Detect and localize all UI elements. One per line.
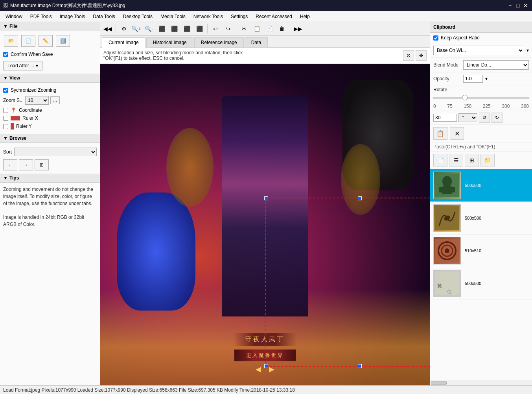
- thumbnail-list: 500x500 500x500: [430, 169, 532, 380]
- minimize-button[interactable]: −: [507, 2, 513, 9]
- tips-section-header[interactable]: ▼ Tips: [0, 174, 100, 183]
- sort-select[interactable]: [14, 148, 97, 156]
- tab-data[interactable]: Data: [245, 37, 268, 47]
- maximize-button[interactable]: □: [515, 2, 521, 9]
- ruler-y-checkbox[interactable]: [3, 124, 8, 129]
- coordinate-checkbox[interactable]: [3, 108, 8, 113]
- tb-select-button[interactable]: ⬛: [193, 23, 205, 34]
- tb-delete-button[interactable]: 🗑: [276, 23, 288, 34]
- keep-aspect-ratio-checkbox[interactable]: [433, 35, 438, 41]
- thumb-action-4[interactable]: 📁: [480, 154, 495, 166]
- menu-pdf-tools[interactable]: PDF Tools: [26, 12, 56, 21]
- clear-clipboard-button[interactable]: ✕: [450, 127, 464, 140]
- tab-historical-image[interactable]: Historical Image: [146, 37, 193, 47]
- keep-aspect-ratio-label: Keep Aspect Ratio: [441, 35, 480, 41]
- rotate-ccw-button[interactable]: ↺: [479, 113, 490, 123]
- browse-next-button[interactable]: →: [19, 159, 33, 170]
- browse-section-header[interactable]: ▼ Browse: [0, 134, 100, 143]
- open-file-button[interactable]: 📂: [4, 35, 18, 47]
- title-text: Manufacture Image D:\tmp\测试文件\普通图片\yy33.…: [10, 2, 125, 9]
- rotate-cw-button[interactable]: ↻: [492, 113, 503, 123]
- tb-zoom-in-button[interactable]: 🔍+: [131, 23, 142, 34]
- menu-media-tools[interactable]: Media Tools: [156, 12, 190, 21]
- thumbnail-size-2: 500x500: [465, 216, 481, 220]
- rotate-label-0: 0: [433, 104, 436, 109]
- rotate-thumb[interactable]: [462, 95, 468, 100]
- enter-button[interactable]: 进入魔兽世界: [234, 349, 296, 362]
- load-after-button[interactable]: Load After ... ▾: [3, 61, 42, 70]
- tab-reference-image[interactable]: Reference Image: [194, 37, 244, 47]
- blend-mode-select[interactable]: Linear Do... Normal Multiply Screen: [463, 60, 529, 70]
- tb-move-button[interactable]: ⬛: [181, 23, 193, 34]
- clipboard-actions: 📋 ✕: [430, 125, 532, 142]
- thumb-action-3[interactable]: ⊞: [465, 154, 479, 166]
- instruction-text: Adjust location and size, set blending m…: [103, 50, 243, 61]
- thumb-action-2[interactable]: ☰: [449, 154, 463, 166]
- image-canvas[interactable]: 守夜人武丁 进入魔兽世界 ◀ ▶: [100, 64, 430, 385]
- new-file-button[interactable]: 📄: [21, 35, 35, 47]
- edit-button[interactable]: ✏️: [39, 35, 53, 47]
- menu-data-tools[interactable]: Data Tools: [89, 12, 119, 21]
- tb-prev-button[interactable]: ◀◀: [102, 23, 114, 34]
- app-title: 🖼 Manufacture Image D:\tmp\测试文件\普通图片\yy3…: [3, 2, 125, 9]
- rotate-unit-select[interactable]: ° rad: [458, 113, 477, 122]
- file-section-header[interactable]: ▼ File: [0, 22, 100, 31]
- paste-button[interactable]: 📋: [433, 127, 447, 140]
- tb-paste-button[interactable]: 📄: [263, 23, 275, 34]
- menu-window[interactable]: Window: [2, 12, 26, 21]
- view-section-header[interactable]: ▼ View: [0, 74, 100, 83]
- rotate-label: Rotate: [433, 87, 447, 92]
- opacity-row: Opacity ▾: [430, 72, 532, 85]
- menu-desktop-tools[interactable]: Desktop Tools: [119, 12, 156, 21]
- ruler-x-row: Ruler X: [3, 114, 97, 122]
- tb-undo-button[interactable]: ↩: [210, 23, 221, 34]
- thumb-action-row: 📄 ☰ ⊞ 📁: [430, 152, 532, 169]
- rotate-labels: 0 75 150 225 300 360: [433, 104, 529, 109]
- info-button[interactable]: ℹ️: [56, 35, 70, 47]
- instruction-bar: Adjust location and size, set blending m…: [100, 48, 430, 64]
- menu-network-tools[interactable]: Network Tools: [190, 12, 227, 21]
- clipboard-header: Clipboard: [430, 22, 532, 33]
- view-section-label: View: [9, 75, 20, 81]
- tb-settings-button[interactable]: ⚙: [118, 23, 130, 34]
- tb-cut-button[interactable]: ✂: [238, 23, 250, 34]
- tb-redo-button[interactable]: ↪: [222, 23, 234, 34]
- clipboard-title: Clipboard: [433, 24, 455, 30]
- menu-help[interactable]: Help: [296, 12, 314, 21]
- sort-row: Sort: [3, 146, 97, 158]
- svg-point-1: [442, 176, 452, 187]
- rotate-label-225: 225: [483, 104, 491, 109]
- menu-recent-accessed[interactable]: Recent Accessed: [252, 12, 296, 21]
- h-scrollbar-thumb[interactable]: [431, 381, 447, 385]
- h-scrollbar[interactable]: [430, 380, 532, 385]
- thumbnail-item-4[interactable]: 笑 使 500x500: [430, 267, 532, 300]
- synchronized-zooming-checkbox[interactable]: [3, 88, 8, 93]
- rotate-value-input[interactable]: [433, 114, 457, 122]
- tb-next-button[interactable]: ▶▶: [292, 23, 304, 34]
- thumbnail-item-1[interactable]: 500x500: [430, 169, 532, 202]
- tab-current-image[interactable]: Current Image: [102, 37, 145, 48]
- tb-zoom-out-button[interactable]: 🔍-: [143, 23, 155, 34]
- thumb-action-1[interactable]: 📄: [433, 154, 447, 166]
- thumbnail-item-2[interactable]: 500x500: [430, 202, 532, 235]
- thumbnail-item-3[interactable]: 510x510: [430, 235, 532, 267]
- menu-image-tools[interactable]: Image Tools: [56, 12, 89, 21]
- tb-crop-button[interactable]: ⬛: [168, 23, 180, 34]
- tb-copy-button[interactable]: 📋: [251, 23, 263, 34]
- zoom-more-button[interactable]: ...: [50, 96, 60, 104]
- instr-icon-1[interactable]: ⊙: [403, 50, 414, 61]
- rotate-label-row: Rotate: [430, 85, 532, 92]
- opacity-input[interactable]: [463, 75, 483, 83]
- left-sidebar: ▼ File 📂 📄 ✏️ ℹ️ Confirm When Save Load …: [0, 22, 100, 385]
- confirm-when-save-checkbox[interactable]: [3, 52, 8, 57]
- browse-grid-button[interactable]: ⊞: [35, 159, 49, 170]
- ruler-x-checkbox[interactable]: [3, 116, 8, 121]
- zoom-select[interactable]: 10 25 50 100: [25, 96, 49, 105]
- close-button[interactable]: ✕: [523, 2, 529, 9]
- confirm-when-save-label: Confirm When Save: [11, 52, 53, 57]
- base-on-select[interactable]: Base On Wi... Base On Height Base On Wid…: [433, 46, 524, 55]
- tb-fit-button[interactable]: ⬛: [156, 23, 168, 34]
- instr-icon-2[interactable]: ✤: [416, 50, 427, 61]
- menu-settings[interactable]: Settings: [227, 12, 252, 21]
- browse-prev-button[interactable]: ←: [3, 159, 17, 170]
